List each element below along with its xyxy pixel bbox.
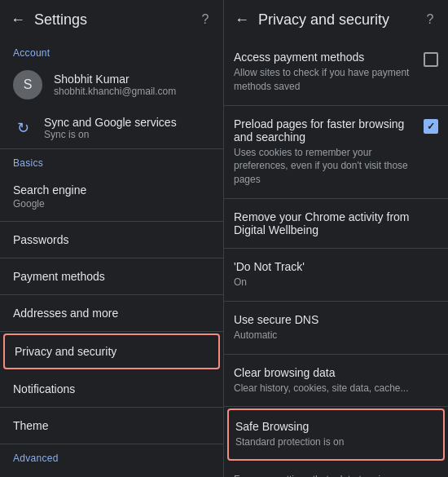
do-not-track-subtitle: On [234,276,438,289]
sync-subtitle: Sync is on [44,129,177,140]
settings-item-passwords[interactable]: Passwords [0,222,223,258]
account-info: Shobhit Kumar shobhit.khanchi@gmail.com [54,73,176,97]
right-header: ← Privacy and security ? [224,0,448,39]
access-payment-checkbox-container [424,51,438,67]
sync-row[interactable]: ↻ Sync and Google services Sync is on [0,108,223,149]
right-panel-title: Privacy and security [258,11,414,29]
clear-browsing-title: Clear browsing data [234,366,438,379]
remove-activity-title: Remove your Chrome activity from Digital… [234,210,438,236]
settings-item-homepage[interactable]: Homepage On [0,467,223,477]
left-panel-title: Settings [34,11,189,29]
theme-title: Theme [13,419,210,432]
access-payment-subtitle: Allow sites to check if you have payment… [234,66,417,94]
right-help-icon[interactable]: ? [420,10,440,29]
preload-title: Preload pages for faster browsing and se… [234,117,417,144]
remove-activity-text: Remove your Chrome activity from Digital… [234,210,438,236]
access-payment-checkbox[interactable] [424,52,438,67]
right-item-clear-browsing[interactable]: Clear browsing data Clear history, cooki… [224,355,448,408]
footer-note: For more settings that relate to privacy… [224,462,448,477]
right-item-secure-dns[interactable]: Use secure DNS Automatic [224,302,448,355]
sync-title: Sync and Google services [44,116,177,129]
advanced-section-label: Advanced [0,444,223,467]
passwords-title: Passwords [13,233,210,246]
do-not-track-text: 'Do Not Track' On [234,260,438,289]
left-panel: ← Settings ? Account S Shobhit Kumar sho… [0,0,224,477]
safe-browsing-subtitle: Standard protection is on [235,435,437,449]
left-help-icon[interactable]: ? [195,10,215,29]
account-section-label: Account [0,39,223,62]
settings-item-notifications[interactable]: Notifications [0,371,223,408]
payment-methods-title: Payment methods [13,270,210,283]
addresses-title: Addresses and more [13,307,210,320]
safe-browsing-title: Safe Browsing [235,420,437,433]
avatar: S [13,70,42,99]
privacy-security-title: Privacy and security [15,345,209,358]
right-item-safe-browsing[interactable]: Safe Browsing Standard protection is on [227,409,445,461]
left-back-button[interactable]: ← [8,10,28,29]
right-item-remove-activity[interactable]: Remove your Chrome activity from Digital… [224,199,448,249]
clear-browsing-text: Clear browsing data Clear history, cooki… [234,366,438,395]
settings-item-privacy-security[interactable]: Privacy and security [3,333,220,369]
account-row[interactable]: S Shobhit Kumar shobhit.khanchi@gmail.co… [0,62,223,108]
preload-subtitle: Uses cookies to remember your preference… [234,146,417,187]
access-payment-title: Access payment methods [234,51,417,64]
secure-dns-subtitle: Automatic [234,329,438,342]
right-item-do-not-track[interactable]: 'Do Not Track' On [224,249,448,302]
right-item-access-payment[interactable]: Access payment methods Allow sites to ch… [224,39,448,106]
search-engine-subtitle: Google [13,198,210,210]
secure-dns-title: Use secure DNS [234,313,438,326]
sync-icon: ↻ [13,118,33,138]
settings-item-search-engine[interactable]: Search engine Google [0,172,223,222]
access-payment-text: Access payment methods Allow sites to ch… [234,51,417,94]
secure-dns-text: Use secure DNS Automatic [234,313,438,342]
basics-section-label: Basics [0,149,223,172]
account-name: Shobhit Kumar [54,73,176,86]
sync-info: Sync and Google services Sync is on [44,116,177,140]
preload-checkbox-container [424,117,438,134]
preload-checkbox[interactable] [424,119,438,134]
settings-item-theme[interactable]: Theme [0,408,223,444]
notifications-title: Notifications [13,382,210,395]
right-panel: ← Privacy and security ? Access payment … [224,0,448,477]
search-engine-title: Search engine [13,183,210,197]
right-back-button[interactable]: ← [232,10,252,29]
account-email: shobhit.khanchi@gmail.com [54,86,176,97]
do-not-track-title: 'Do Not Track' [234,260,438,273]
safe-browsing-text: Safe Browsing Standard protection is on [235,420,437,449]
left-header: ← Settings ? [0,0,223,39]
preload-text: Preload pages for faster browsing and se… [234,117,417,187]
settings-item-payment-methods[interactable]: Payment methods [0,258,223,295]
right-item-preload[interactable]: Preload pages for faster browsing and se… [224,106,448,199]
settings-item-addresses[interactable]: Addresses and more [0,295,223,332]
clear-browsing-subtitle: Clear history, cookies, site data, cache… [234,382,438,395]
